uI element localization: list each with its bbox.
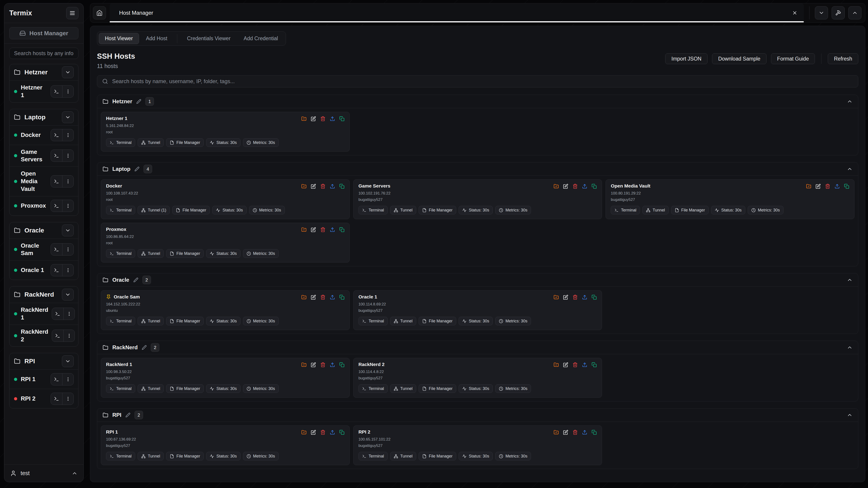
terminal-button[interactable] [51,373,62,385]
terminal-button[interactable] [52,330,63,341]
file-manager-chip[interactable]: File Manager [166,138,204,147]
import-json-button[interactable]: Import JSON [665,53,708,64]
export-host-button[interactable] [330,116,335,121]
file-manager-chip[interactable]: File Manager [418,384,456,393]
terminal-chip[interactable]: Terminal [106,384,135,393]
metrics-chip[interactable]: Metrics: 30s [495,384,531,393]
section-collapse-button[interactable] [847,98,852,104]
terminal-chip[interactable]: Terminal [359,317,388,325]
tunnel-chip[interactable]: Tunnel [390,452,416,460]
home-button[interactable] [93,6,106,20]
tunnel-chip[interactable]: Tunnel [138,138,164,147]
remove-from-folder-button[interactable] [554,184,559,189]
remove-from-folder-button[interactable] [806,184,811,189]
host-menu-button[interactable] [62,393,73,404]
host-menu-button[interactable] [62,129,73,141]
file-manager-chip[interactable]: File Manager [671,206,709,215]
terminal-chip[interactable]: Terminal [359,452,388,460]
delete-host-button[interactable] [320,184,326,189]
edit-host-button[interactable] [311,295,316,300]
tunnel-chip[interactable]: Tunnel [138,452,164,460]
host-menu-button[interactable] [62,200,73,212]
terminal-button[interactable] [52,308,63,320]
status-chip[interactable]: Status: 30s [206,249,240,258]
export-host-button[interactable] [582,184,587,189]
status-chip[interactable]: Status: 30s [206,452,240,460]
remove-from-folder-button[interactable] [301,295,307,300]
terminal-chip[interactable]: Terminal [106,138,135,147]
terminal-chip[interactable]: Terminal [359,206,388,215]
duplicate-host-button[interactable] [339,362,344,367]
sidebar-host-row[interactable]: Docker [9,125,78,145]
tunnel-chip[interactable]: Tunnel [390,206,416,215]
host-menu-button[interactable] [63,330,74,341]
remove-from-folder-button[interactable] [301,227,307,232]
host-search-input[interactable] [112,78,853,85]
terminal-chip[interactable]: Terminal [359,384,388,393]
terminal-button[interactable] [51,86,62,97]
sidebar-host-row[interactable]: Hetzner 1 [9,80,78,102]
folder-collapse-button[interactable] [62,355,74,367]
rename-folder-button[interactable] [125,413,130,418]
metrics-chip[interactable]: Metrics: 30s [495,452,531,460]
edit-host-button[interactable] [815,184,821,189]
edit-host-button[interactable] [563,362,568,367]
terminal-button[interactable] [51,243,62,255]
rename-folder-button[interactable] [133,278,138,283]
terminal-button[interactable] [51,264,62,276]
folder-collapse-button[interactable] [62,66,74,78]
status-chip[interactable]: Status: 30s [206,317,240,325]
section-collapse-button[interactable] [847,412,852,418]
user-menu[interactable]: test [4,464,84,482]
file-manager-chip[interactable]: File Manager [166,452,204,460]
remove-from-folder-button[interactable] [554,362,559,367]
sidebar-folder-header[interactable]: Oracle [9,222,78,238]
status-chip[interactable]: Status: 30s [711,206,745,215]
export-host-button[interactable] [582,430,587,435]
metrics-chip[interactable]: Metrics: 30s [243,384,279,393]
folder-collapse-button[interactable] [62,289,74,300]
host-menu-button[interactable] [63,308,74,320]
host-menu-button[interactable] [62,175,73,187]
file-manager-chip[interactable]: File Manager [166,249,204,258]
host-menu-button[interactable] [62,150,73,162]
sidebar-folder-header[interactable]: Laptop [9,109,78,125]
admin-tools-button[interactable] [832,6,845,20]
metrics-chip[interactable]: Metrics: 30s [243,138,279,147]
sidebar-folder-header[interactable]: Hetzner [9,64,78,80]
duplicate-host-button[interactable] [592,184,597,189]
status-chip[interactable]: Status: 30s [212,206,246,215]
section-collapse-button[interactable] [847,345,852,350]
edit-host-button[interactable] [311,116,316,121]
duplicate-host-button[interactable] [339,295,344,300]
file-manager-chip[interactable]: File Manager [166,384,204,393]
remove-from-folder-button[interactable] [554,430,559,435]
remove-from-folder-button[interactable] [301,116,307,121]
duplicate-host-button[interactable] [592,295,597,300]
terminal-chip[interactable]: Terminal [106,249,135,258]
delete-host-button[interactable] [825,184,830,189]
status-chip[interactable]: Status: 30s [459,206,493,215]
file-manager-chip[interactable]: File Manager [166,317,204,325]
sidebar-folder-header[interactable]: RPI [9,353,78,369]
tunnel-chip[interactable]: Tunnel [138,317,164,325]
delete-host-button[interactable] [320,227,326,232]
sidebar-host-row[interactable]: Open Media Vault [9,166,78,196]
section-collapse-button[interactable] [847,166,852,172]
export-host-button[interactable] [330,184,335,189]
edit-host-button[interactable] [311,184,316,189]
metrics-chip[interactable]: Metrics: 30s [243,317,279,325]
file-manager-chip[interactable]: File Manager [418,317,456,325]
duplicate-host-button[interactable] [339,116,344,121]
sidebar-search-input[interactable] [9,48,79,59]
close-tab-button[interactable] [792,10,798,15]
format-guide-button[interactable]: Format Guide [771,53,815,64]
file-manager-chip[interactable]: File Manager [418,206,456,215]
tunnel-chip[interactable]: Tunnel [390,384,416,393]
metrics-chip[interactable]: Metrics: 30s [249,206,285,215]
sidebar-host-row[interactable]: Proxmox [9,196,78,216]
folder-collapse-button[interactable] [62,111,74,123]
tab-host-viewer[interactable]: Host Viewer [99,33,139,44]
tunnel-chip[interactable]: Tunnel [138,249,164,258]
collapse-bar-button[interactable] [848,6,862,20]
